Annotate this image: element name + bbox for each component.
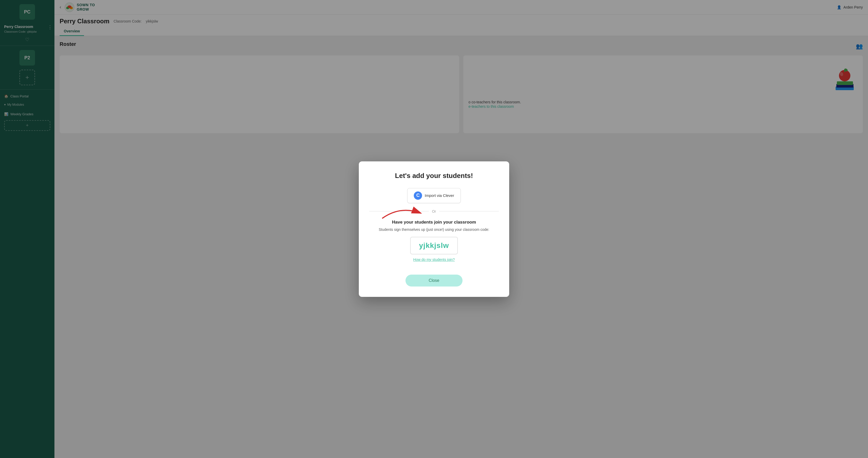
modal-title: Let's add your students! [369,172,499,180]
join-title: Have your students join your classroom [369,220,499,225]
divider-or: Or [369,209,499,214]
clever-logo: C [414,191,422,200]
classroom-code-big: yjkkjslw [419,241,449,250]
add-students-modal: Let's add your students! C Import via Cl… [359,161,509,297]
import-clever-button[interactable]: C Import via Clever [407,188,460,203]
how-students-join-link[interactable]: How do my students join? [369,258,499,262]
modal-backdrop: Let's add your students! C Import via Cl… [0,0,868,458]
join-description: Students sign themselves up (just once!)… [369,227,499,232]
close-button[interactable]: Close [405,274,463,287]
classroom-code-display: yjkkjslw [410,237,458,254]
